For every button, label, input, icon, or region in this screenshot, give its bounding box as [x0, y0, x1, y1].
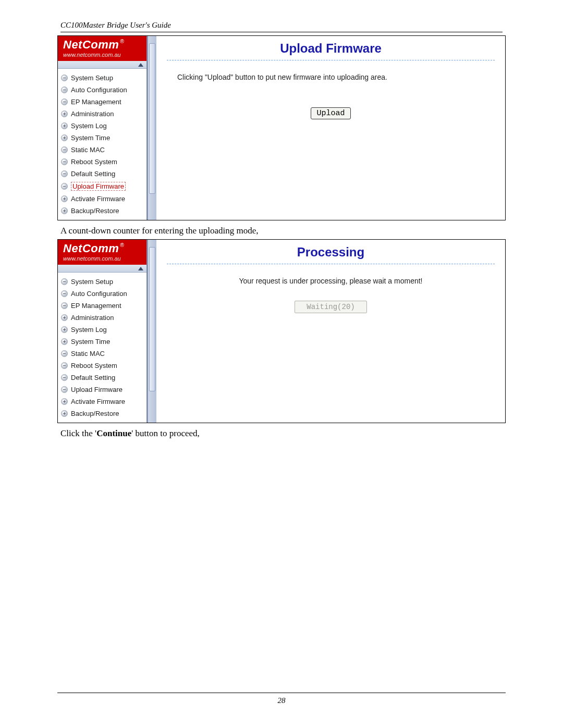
sidebar-item-label: Auto Configuration — [71, 290, 127, 298]
screenshot-upload-firmware: NetComm ® www.netcomm.com.au System Setu… — [57, 35, 506, 220]
collapse-icon[interactable] — [61, 290, 68, 297]
sidebar-column: NetComm ® www.netcomm.com.au System Setu… — [58, 36, 148, 220]
sidebar-item-label: System Log — [71, 326, 107, 334]
upload-button[interactable]: Upload — [311, 107, 350, 119]
sidebar-item-label: Activate Firmware — [71, 398, 125, 405]
sidebar-item-administration[interactable]: Administration — [60, 108, 144, 120]
sidebar-item-label: Static MAC — [71, 146, 105, 154]
sidebar-item-backup-restore[interactable]: Backup/Restore — [60, 205, 144, 217]
sidebar-item-upload-firmware[interactable]: Upload Firmware — [60, 384, 144, 396]
expand-icon[interactable] — [61, 314, 68, 321]
page-footer: 28 — [57, 693, 506, 705]
logo-url: www.netcomm.com.au — [63, 255, 141, 262]
sidebar-item-default-setting[interactable]: Default Setting — [60, 168, 144, 180]
sidebar-item-reboot-system[interactable]: Reboot System — [60, 156, 144, 168]
logo-text: NetComm — [63, 39, 119, 51]
sidebar-topbar — [58, 61, 146, 69]
sidebar-item-label: Static MAC — [71, 350, 105, 357]
collapse-icon[interactable] — [61, 170, 68, 177]
sidebar-item-activate-firmware[interactable]: Activate Firmware — [60, 396, 144, 408]
sidebar-item-label: System Log — [71, 122, 107, 130]
expand-icon[interactable] — [61, 410, 68, 417]
page-title: Processing — [167, 245, 495, 264]
sidebar-item-label: Reboot System — [71, 362, 117, 369]
sidebar-item-label: Default Setting — [71, 374, 115, 381]
logo-text: NetComm — [63, 243, 119, 254]
sidebar-item-default-setting[interactable]: Default Setting — [60, 372, 144, 384]
page-number: 28 — [57, 696, 506, 705]
collapse-icon[interactable] — [61, 87, 68, 93]
sidebar-item-auto-configuration[interactable]: Auto Configuration — [60, 288, 144, 300]
collapse-icon[interactable] — [61, 158, 68, 165]
collapse-icon[interactable] — [61, 386, 68, 393]
expand-icon[interactable] — [61, 122, 68, 129]
sidebar-item-reboot-system[interactable]: Reboot System — [60, 360, 144, 372]
sidebar-item-auto-configuration[interactable]: Auto Configuration — [60, 84, 144, 96]
sidebar-item-label: Reboot System — [71, 158, 117, 166]
sidebar-item-ep-management[interactable]: EP Management — [60, 96, 144, 108]
sidebar-item-system-time[interactable]: System Time — [60, 132, 144, 144]
sidebar-item-label: System Setup — [71, 74, 113, 82]
expand-icon[interactable] — [61, 110, 68, 117]
collapse-icon[interactable] — [61, 362, 68, 369]
collapse-icon[interactable] — [61, 183, 68, 190]
expand-icon[interactable] — [61, 134, 68, 141]
instruction-text: Your request is under processing, please… — [167, 277, 495, 285]
sidebar-item-system-log[interactable]: System Log — [60, 120, 144, 132]
document-page: CC100Master Bridge User's Guide NetComm … — [0, 0, 563, 728]
sidebar-item-static-mac[interactable]: Static MAC — [60, 348, 144, 360]
caption-2-pre: Click the ' — [60, 428, 96, 438]
sidebar-item-system-time[interactable]: System Time — [60, 336, 144, 348]
scrollbar[interactable] — [148, 240, 156, 423]
waiting-button: Waiting(20) — [295, 301, 366, 313]
sidebar-item-system-setup[interactable]: System Setup — [60, 72, 144, 84]
collapse-icon[interactable] — [61, 374, 68, 381]
scrollbar-thumb[interactable] — [149, 247, 155, 391]
sidebar-item-label: System Time — [71, 134, 110, 142]
expand-icon[interactable] — [61, 338, 68, 345]
sidebar-item-system-setup[interactable]: System Setup — [60, 276, 144, 288]
sidebar-item-label: Upload Firmware — [71, 386, 123, 393]
logo: NetComm ® www.netcomm.com.au — [58, 36, 146, 61]
logo-registered: ® — [120, 243, 124, 248]
sidebar-item-activate-firmware[interactable]: Activate Firmware — [60, 193, 144, 205]
caption-2-bold: Continue — [96, 428, 131, 438]
sidebar-item-administration[interactable]: Administration — [60, 312, 144, 324]
sidebar-nav: System SetupAuto ConfigurationEP Managem… — [58, 69, 146, 220]
scrollbar[interactable] — [148, 36, 156, 220]
collapse-icon[interactable] — [61, 98, 68, 105]
sidebar-item-label: Auto Configuration — [71, 86, 127, 94]
sidebar-item-ep-management[interactable]: EP Management — [60, 300, 144, 312]
expand-icon[interactable] — [61, 398, 68, 405]
sidebar-column: NetComm ® www.netcomm.com.au System Setu… — [58, 240, 148, 423]
sidebar-item-upload-firmware[interactable]: Upload Firmware — [60, 180, 144, 193]
sidebar-item-label: Administration — [71, 110, 114, 118]
collapse-icon[interactable] — [61, 278, 68, 285]
collapse-icon[interactable] — [61, 75, 68, 81]
screenshot-processing: NetComm ® www.netcomm.com.au System Setu… — [57, 239, 506, 423]
sidebar-nav: System SetupAuto ConfigurationEP Managem… — [58, 273, 146, 423]
sidebar-item-label: Backup/Restore — [71, 207, 119, 215]
expand-icon[interactable] — [61, 195, 68, 202]
collapse-icon[interactable] — [61, 302, 68, 309]
scroll-up-icon[interactable] — [138, 63, 143, 67]
expand-icon[interactable] — [61, 207, 68, 214]
scrollbar-thumb[interactable] — [149, 43, 155, 194]
caption-1: A count-down counter for entering the up… — [60, 226, 506, 236]
footer-rule — [57, 693, 506, 693]
caption-2-post: ' button to proceed, — [131, 428, 200, 438]
collapse-icon[interactable] — [61, 350, 68, 357]
sidebar-topbar — [58, 265, 146, 273]
sidebar-item-system-log[interactable]: System Log — [60, 324, 144, 336]
sidebar-item-label: Upload Firmware — [71, 182, 126, 191]
scroll-up-icon[interactable] — [138, 267, 143, 270]
collapse-icon[interactable] — [61, 146, 68, 153]
page-title: Upload Firmware — [167, 41, 495, 60]
sidebar-item-label: System Setup — [71, 278, 113, 286]
expand-icon[interactable] — [61, 326, 68, 333]
sidebar-item-label: Default Setting — [71, 170, 115, 178]
doc-header: CC100Master Bridge User's Guide — [60, 21, 503, 32]
sidebar-item-backup-restore[interactable]: Backup/Restore — [60, 408, 144, 419]
sidebar-item-static-mac[interactable]: Static MAC — [60, 144, 144, 156]
logo-url: www.netcomm.com.au — [63, 52, 141, 58]
